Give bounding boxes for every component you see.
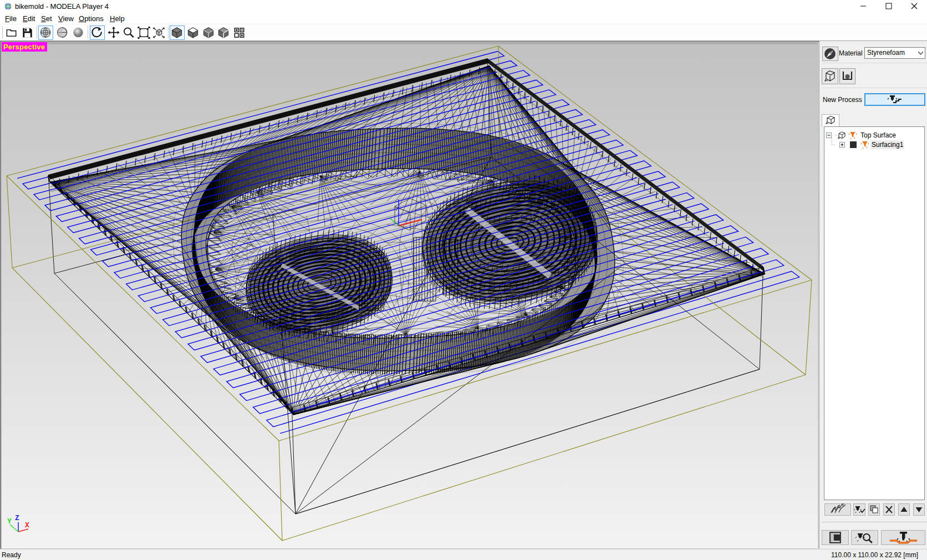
svg-text:X: X: [25, 521, 29, 530]
svg-text:Surfacing1: Surfacing1: [872, 141, 904, 149]
svg-text:Y: Y: [7, 517, 12, 526]
svg-text:Top Surface: Top Surface: [860, 131, 896, 139]
svg-text:Z: Z: [15, 514, 19, 522]
